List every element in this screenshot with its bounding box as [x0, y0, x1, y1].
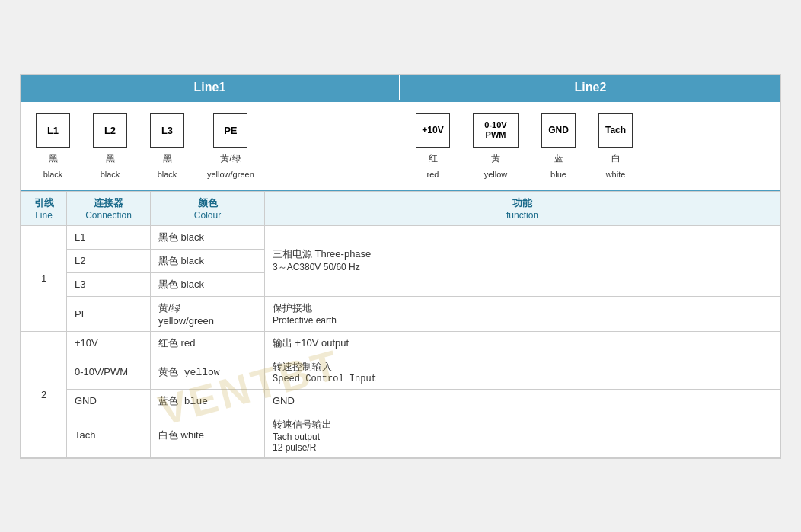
func-1-pe-en: Protective earth: [273, 315, 772, 326]
table-row-1-pe: PE 黄/绿yellow/green 保护接地 Protective earth: [21, 296, 780, 331]
func-2-tach-en2: 12 pulse/R: [273, 442, 772, 453]
func-2-gnd-cn: GND: [273, 395, 772, 406]
conn-1-l3: L3: [67, 272, 151, 296]
connector-tach-cn: 白: [611, 152, 621, 165]
func-2-pwm-en: Speed Control Input: [273, 374, 772, 384]
connector-pe-en: yellow/green: [207, 170, 254, 179]
conn-1-pe: PE: [67, 296, 151, 331]
line1-diagram: L1 黑 black L2 黑 black L3 黑 black: [21, 102, 400, 190]
func-2-tach-cn: 转速信号输出: [273, 418, 772, 432]
func-1-l1-l3: 三相电源 Three-phase 3～AC380V 50/60 Hz: [265, 225, 780, 296]
table-row-2-gnd: GND 蓝色 blue GND: [21, 389, 780, 413]
th-func-en: function: [273, 210, 772, 221]
connector-pwm-box: 0-10VPWM: [473, 113, 519, 148]
connector-pe-box: PE: [213, 113, 247, 148]
header-row: Line1 Line2: [21, 75, 780, 102]
connector-gnd: GND 蓝 blue: [541, 113, 576, 179]
connector-l3-cn: 黑: [163, 152, 172, 165]
table-row-2-pwm: 0-10V/PWM 黄色 yellow 转速控制输入 Speed Control…: [21, 355, 780, 389]
th-line-en: Line: [29, 210, 59, 221]
func-1-l1-cn: 三相电源 Three-phase: [273, 247, 772, 261]
connector-l3-box: L3: [150, 113, 184, 148]
connector-pwm-cn: 黄: [491, 152, 500, 165]
connector-l1-en: black: [43, 170, 63, 179]
connector-tach: Tach 白 white: [598, 113, 633, 179]
connector-gnd-cn: 蓝: [554, 152, 563, 165]
connector-l2-box: L2: [93, 113, 127, 148]
connector-l2-en: black: [101, 170, 120, 179]
table-row-2-tach: Tach 白色 white 转速信号输出 Tach output 12 puls…: [21, 413, 780, 457]
connector-l3: L3 黑 black: [150, 113, 184, 179]
conn-1-l2: L2: [67, 249, 151, 272]
line1-header-label: Line1: [194, 81, 226, 94]
connector-gnd-box: GND: [541, 113, 576, 148]
conn-2-tach: Tach: [67, 413, 151, 457]
connector-tach-en: white: [606, 170, 626, 179]
connector-gnd-en: blue: [550, 170, 566, 179]
th-conn-cn: 连接器: [75, 196, 142, 210]
colour-2-10v: 红色 red: [151, 331, 265, 355]
th-conn-en: Connection: [75, 210, 142, 221]
connector-pe-cn: 黄/绿: [220, 152, 241, 165]
table-row-1-l1: 1 L1 黑色 black 三相电源 Three-phase 3～AC380V …: [21, 225, 780, 249]
th-func-cn: 功能: [273, 196, 772, 210]
func-1-l1-en: 3～AC380V 50/60 Hz: [273, 261, 772, 274]
line-number-1: 1: [21, 225, 67, 331]
conn-2-pwm: 0-10V/PWM: [67, 355, 151, 389]
col-header-row: 引线 Line 连接器 Connection 颜色 Colour 功能 func…: [21, 191, 780, 225]
conn-2-gnd: GND: [67, 389, 151, 413]
connector-l1-cn: 黑: [49, 152, 58, 165]
connector-l2: L2 黑 black: [93, 113, 127, 179]
main-table-container: Line1 Line2 L1 黑 black L2 黑 black: [20, 74, 781, 459]
line1-header: Line1: [21, 75, 400, 100]
connector-10v-box: +10V: [416, 113, 450, 148]
th-function: 功能 function: [265, 191, 780, 225]
colour-2-tach: 白色 white: [151, 413, 265, 457]
th-colour: 颜色 Colour: [151, 191, 265, 225]
colour-1-l2: 黑色 black: [151, 249, 265, 272]
connector-l3-en: black: [158, 170, 177, 179]
th-colour-cn: 颜色: [158, 196, 257, 210]
connector-l2-cn: 黑: [106, 152, 115, 165]
page-container: Line1 Line2 L1 黑 black L2 黑 black: [20, 74, 781, 459]
func-2-tach-en: Tach output: [273, 432, 772, 442]
data-table: 引线 Line 连接器 Connection 颜色 Colour 功能 func…: [21, 191, 780, 458]
func-1-pe-cn: 保护接地: [273, 301, 772, 315]
th-line-cn: 引线: [29, 196, 59, 210]
connector-10v: +10V 红 red: [416, 113, 450, 179]
colour-2-pwm: 黄色 yellow: [151, 355, 265, 389]
func-2-pwm: 转速控制输入 Speed Control Input: [265, 355, 780, 389]
func-2-tach: 转速信号输出 Tach output 12 pulse/R: [265, 413, 780, 457]
line2-header: Line2: [400, 75, 780, 100]
diagram-row: L1 黑 black L2 黑 black L3 黑 black: [21, 102, 780, 191]
line-number-2: 2: [21, 331, 67, 457]
connector-tach-box: Tach: [598, 113, 633, 148]
connector-10v-cn: 红: [429, 152, 438, 165]
conn-1-l1: L1: [67, 225, 151, 249]
line2-diagram: +10V 红 red 0-10VPWM 黄 yellow GND 蓝 blue: [400, 102, 780, 190]
conn-2-10v: +10V: [67, 331, 151, 355]
func-2-gnd: GND: [265, 389, 780, 413]
connector-pwm: 0-10VPWM 黄 yellow: [473, 113, 519, 179]
line2-header-label: Line2: [575, 81, 607, 94]
colour-1-pe: 黄/绿yellow/green: [151, 296, 265, 331]
th-connection: 连接器 Connection: [67, 191, 151, 225]
func-2-10v: 输出 +10V output: [265, 331, 780, 355]
func-1-pe: 保护接地 Protective earth: [265, 296, 780, 331]
table-row-2-10v: 2 +10V 红色 red 输出 +10V output: [21, 331, 780, 355]
colour-1-l3: 黑色 black: [151, 272, 265, 296]
th-line: 引线 Line: [21, 191, 67, 225]
colour-1-l1: 黑色 black: [151, 225, 265, 249]
func-2-10v-cn: 输出 +10V output: [273, 336, 772, 350]
connector-pwm-en: yellow: [484, 170, 508, 179]
colour-2-gnd: 蓝色 blue: [151, 389, 265, 413]
connector-l1: L1 黑 black: [36, 113, 70, 179]
connector-pe: PE 黄/绿 yellow/green: [207, 113, 254, 179]
connector-l1-box: L1: [36, 113, 70, 148]
func-2-pwm-cn: 转速控制输入: [273, 360, 772, 374]
connector-10v-en: red: [427, 170, 439, 179]
th-colour-en: Colour: [158, 210, 257, 221]
